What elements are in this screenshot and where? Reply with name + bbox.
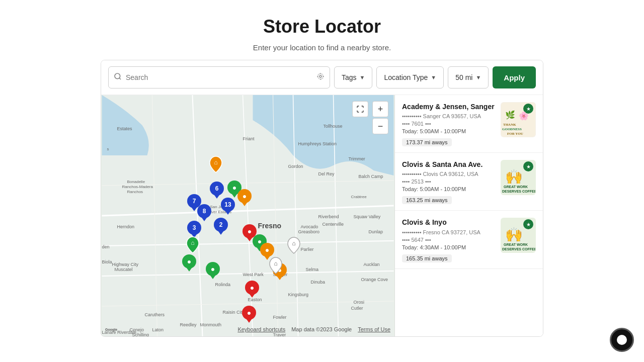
search-input[interactable] (126, 73, 316, 81)
cluster-pin-3a[interactable]: 3 (187, 221, 201, 235)
search-wrapper (108, 66, 330, 88)
svg-text:★: ★ (526, 222, 531, 227)
search-icon (114, 72, 122, 82)
map-info: Keyboard shortcuts Map data ©2023 Google… (237, 326, 390, 333)
store-pin-green-3[interactable]: ● (182, 254, 196, 268)
zoom-in-button[interactable]: + (372, 101, 388, 117)
svg-text:Del Rey: Del Rey (318, 171, 335, 176)
svg-text:Ranchos-Madera: Ranchos-Madera (122, 185, 153, 189)
home-pin-white-1[interactable]: ⌂ (287, 236, 301, 256)
store-hours: Today: 4:30AM - 10:00PM (402, 244, 496, 250)
store-pin-red-3[interactable]: ● (242, 306, 256, 320)
store-hours: Today: 5:00AM - 10:00PM (402, 186, 496, 192)
svg-text:Avocado: Avocado (301, 224, 318, 229)
tags-chevron-icon: ▼ (360, 74, 365, 80)
fullscreen-button[interactable] (352, 101, 368, 117)
store-pin-red-2[interactable]: ● (245, 281, 259, 295)
store-hours: Today: 5:00AM - 10:00PM (402, 128, 496, 134)
apply-button[interactable]: Apply (493, 66, 536, 88)
store-name: Academy & Jensen, Sanger (402, 102, 496, 111)
svg-text:★: ★ (526, 106, 531, 112)
svg-text:⌂: ⌂ (274, 260, 277, 267)
svg-text:🙌: 🙌 (505, 168, 523, 185)
store-address: •••••••••• Clovis CA 93612, USA (402, 171, 496, 177)
svg-text:FOR YOU: FOR YOU (507, 132, 523, 136)
svg-text:GOODNESS: GOODNESS (502, 127, 522, 131)
svg-text:DESERVES COFFEE: DESERVES COFFEE (502, 247, 535, 251)
cluster-pin-13[interactable]: 13 (221, 198, 235, 212)
chat-button[interactable] (610, 328, 634, 352)
svg-text:Estates: Estates (117, 126, 133, 131)
tags-filter[interactable]: Tags ▼ (334, 66, 372, 88)
svg-text:GREAT WORK: GREAT WORK (504, 243, 528, 246)
store-info: Academy & Jensen, Sanger •••••••••• Sang… (402, 102, 496, 146)
distance-chevron-icon: ▼ (475, 74, 481, 80)
page-subtitle: Enter your location to find a nearby sto… (0, 43, 644, 52)
home-pin-green[interactable]: ⌂ (186, 236, 200, 256)
svg-text:Squaw Valley: Squaw Valley (354, 214, 381, 219)
store-promo-image: ★ 🙌 GREAT WORK DESERVES COFFEE (501, 218, 536, 253)
svg-text:Muscatel: Muscatel (115, 267, 133, 272)
home-pin-orange[interactable]: ⌂ (209, 155, 223, 175)
svg-text:Biola: Biola (102, 259, 112, 264)
store-item[interactable]: Clovis & Santa Ana Ave. •••••••••• Clovi… (395, 153, 543, 211)
store-item[interactable]: Clovis & Inyo •••••••••• Fresno CA 93727… (395, 211, 543, 268)
home-pin-white-2[interactable]: ⌂ (269, 256, 283, 277)
svg-text:Bonadelle: Bonadelle (127, 179, 145, 184)
toolbar: Tags ▼ Location Type ▼ 50 mi ▼ Apply (101, 60, 543, 95)
map-area[interactable]: Estates s Bonadelle Ranchos-Madera Ranch… (101, 95, 394, 336)
zoom-out-button[interactable]: − (372, 118, 388, 134)
store-item[interactable]: Academy & Jensen, Sanger •••••••••• Sang… (395, 95, 543, 153)
svg-text:Google: Google (105, 328, 117, 332)
store-pin-orange-1[interactable]: ● (237, 189, 252, 203)
svg-text:Cutler: Cutler (351, 306, 363, 311)
svg-text:West Park: West Park (243, 272, 264, 277)
svg-text:Fowler: Fowler (273, 315, 287, 320)
svg-text:🌿: 🌿 (505, 110, 515, 120)
svg-text:Friant: Friant (243, 136, 255, 141)
map-footer: Google Keyboard shortcuts Map data ©2023… (101, 326, 394, 333)
svg-point-2 (319, 75, 321, 77)
page-header: Store Locator Enter your location to fin… (0, 0, 644, 60)
svg-text:Herndon: Herndon (117, 224, 135, 229)
svg-text:THANK: THANK (503, 123, 516, 127)
svg-text:⌂: ⌂ (292, 240, 295, 247)
location-type-filter[interactable]: Location Type ▼ (376, 66, 444, 88)
svg-text:Gordon: Gordon (288, 164, 303, 169)
map-controls: + − (372, 101, 388, 134)
cluster-pin-8[interactable]: 8 (197, 204, 211, 218)
svg-text:Highway City: Highway City (112, 262, 139, 267)
map-attribution: Google (105, 326, 125, 333)
location-type-chevron-icon: ▼ (431, 74, 436, 80)
svg-text:Riverbend: Riverbend (318, 214, 339, 219)
page-title: Store Locator (0, 16, 644, 37)
cluster-pin-2[interactable]: 2 (214, 218, 228, 232)
svg-text:Trimmer: Trimmer (349, 156, 365, 161)
svg-text:Crabtree: Crabtree (351, 195, 367, 199)
location-icon[interactable] (316, 72, 325, 82)
store-pin-red-1[interactable]: ● (243, 224, 257, 238)
svg-text:Fresno: Fresno (258, 222, 282, 230)
store-phone: •••• 2513 ••• (402, 178, 496, 185)
store-promo-image: ★ 🙌 GREAT WORK DESERVES COFFEE (501, 160, 536, 195)
store-name: Clovis & Inyo (402, 218, 496, 227)
svg-text:Caruthers: Caruthers (145, 312, 165, 317)
svg-text:★: ★ (526, 164, 531, 169)
svg-text:Dunlap: Dunlap (369, 229, 383, 234)
store-pin-orange-2[interactable]: ● (260, 243, 274, 257)
distance-filter[interactable]: 50 mi ▼ (448, 66, 489, 88)
svg-text:Centerville: Centerville (323, 222, 344, 227)
svg-text:🌸: 🌸 (519, 111, 529, 121)
cluster-pin-6[interactable]: 6 (210, 182, 224, 196)
content-area: Estates s Bonadelle Ranchos-Madera Ranch… (101, 95, 543, 336)
store-list: Academy & Jensen, Sanger •••••••••• Sang… (394, 95, 543, 336)
svg-text:Orosi: Orosi (354, 300, 365, 305)
svg-text:Rolinda: Rolinda (215, 282, 231, 287)
store-pin-green-4[interactable]: ● (206, 262, 220, 276)
svg-text:den: den (102, 244, 110, 249)
svg-text:Orange Cove: Orange Cove (361, 277, 388, 282)
store-distance: 173.37 mi aways (402, 138, 452, 146)
store-name: Clovis & Santa Ana Ave. (402, 160, 496, 169)
svg-text:Greasboro: Greasboro (298, 229, 320, 234)
svg-text:Parlier: Parlier (301, 247, 314, 252)
